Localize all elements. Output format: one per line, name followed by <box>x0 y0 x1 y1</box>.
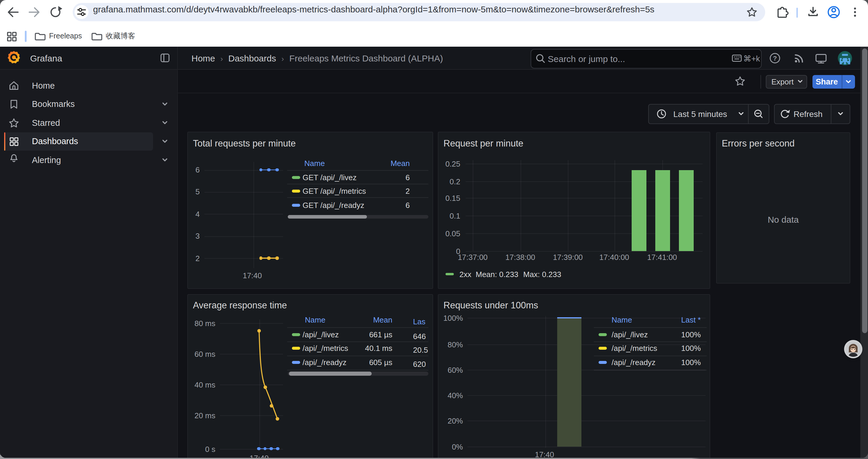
svg-text:?: ? <box>773 55 777 62</box>
